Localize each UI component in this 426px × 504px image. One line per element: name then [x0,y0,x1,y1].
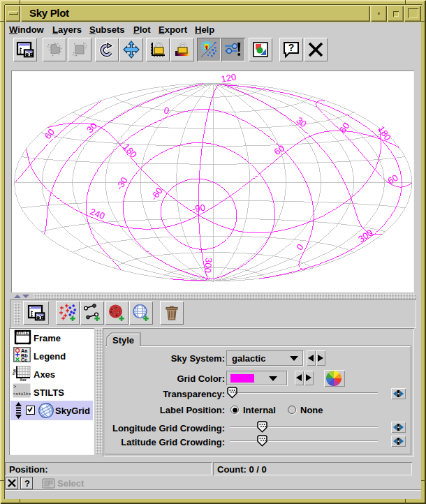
svg-text:Cc: Cc [21,357,27,362]
svg-text:30: 30 [85,120,99,135]
svg-text:-30: -30 [114,175,130,192]
svg-text:60: 60 [337,121,352,135]
svg-text:-60: -60 [149,186,165,202]
svg-text:Xxx: Xxx [20,378,27,381]
svg-text:TITLE: TITLE [17,332,28,335]
svg-text:4: 4 [117,310,119,314]
svg-text:0: 0 [163,105,170,116]
svg-text:120: 120 [220,72,237,84]
svg-text:>stilts: >stilts [13,392,31,396]
svg-text:?: ? [288,42,295,53]
svg-text:60: 60 [385,172,399,186]
svg-text:>: > [13,384,16,390]
svg-text:Yyy: Yyy [12,369,16,375]
svg-text:60: 60 [42,127,57,142]
svg-text:240: 240 [89,206,107,221]
svg-text:300: 300 [203,258,214,274]
svg-text:180: 180 [376,124,393,142]
svg-text:0: 0 [294,242,305,252]
svg-text:-90: -90 [191,202,206,214]
svg-text:0: 0 [113,311,115,316]
